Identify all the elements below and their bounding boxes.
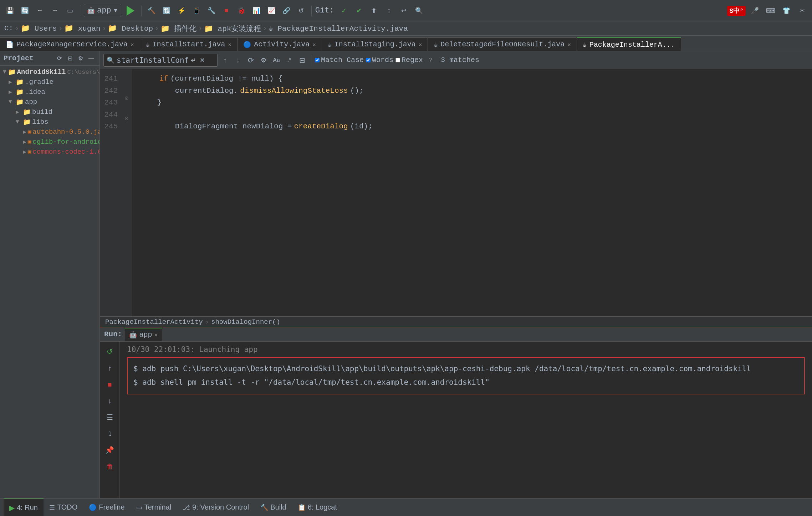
run-pin-button[interactable]: 📌 — [103, 444, 116, 456]
todo-icon: ☰ — [49, 504, 55, 511]
find-clear-button[interactable]: ✕ — [199, 56, 206, 65]
regex-option[interactable]: Regex — [395, 56, 423, 64]
coverage-button[interactable]: 📈 — [265, 4, 278, 17]
code-content[interactable]: if (currentDialog != null) { currentDial… — [132, 69, 812, 316]
tree-item-build[interactable]: ▶ 📁 build — [0, 107, 99, 117]
project-settings-button[interactable]: ⚙ — [76, 54, 85, 63]
undo-button[interactable]: ↺ — [295, 4, 308, 17]
android-button[interactable]: 📱 — [190, 4, 203, 17]
words-option[interactable]: Words — [366, 56, 393, 64]
recent-files-button[interactable]: ▭ — [63, 4, 76, 17]
sdk-button[interactable]: 🔧 — [205, 4, 218, 17]
regex-checkbox[interactable] — [395, 58, 400, 62]
breadcrumb-plugins[interactable]: 📁 插件化 — [160, 24, 197, 34]
sync-project-button[interactable]: ⟳ — [55, 54, 64, 63]
breadcrumb-desktop[interactable]: 📁 Desktop — [108, 24, 153, 33]
tree-item-app[interactable]: ▼ 📁 app — [0, 97, 99, 107]
find-filter-button[interactable]: ⚙ — [258, 55, 269, 66]
git-check-button[interactable]: ✓ — [338, 4, 351, 17]
run-scroll-button[interactable]: ⤵ — [103, 427, 116, 440]
ime-keyboard-button[interactable]: ⌨ — [764, 4, 777, 17]
find-enter-icon[interactable]: ↵ — [190, 56, 197, 65]
profile-button[interactable]: 🐞 — [235, 4, 248, 17]
tab-close-1[interactable]: ✕ — [131, 41, 134, 48]
find-loop-button[interactable]: ⟳ — [245, 55, 256, 66]
match-case-checkbox[interactable] — [315, 58, 320, 62]
run-up-button[interactable]: ↑ — [103, 362, 116, 374]
terminal-button[interactable]: ▭ Terminal — [131, 499, 177, 516]
find-regex-toggle[interactable]: .* — [284, 55, 295, 66]
find-next-button[interactable]: ↓ — [233, 55, 243, 66]
breadcrumb-file[interactable]: ☕ PackageInstallerActivity.java — [269, 24, 408, 33]
run-tab-close[interactable]: ✕ — [154, 331, 158, 338]
find-search-input[interactable] — [117, 56, 188, 65]
save-button[interactable]: 💾 — [4, 4, 16, 17]
tab-close-5[interactable]: ✕ — [567, 41, 571, 48]
ime-settings-button[interactable]: 👕 — [780, 4, 793, 17]
debug-button[interactable]: 📊 — [250, 4, 263, 17]
search-everywhere-button[interactable]: 🔍 — [413, 4, 425, 17]
tree-item-libs[interactable]: ▼ 📁 libs — [0, 117, 99, 127]
gradle-button[interactable]: ⚡ — [175, 4, 188, 17]
run-panel-toggle-button[interactable]: ▶ 4: Run — [4, 499, 44, 516]
find-prev-button[interactable]: ↑ — [220, 55, 230, 66]
clean-button[interactable]: 🔃 — [160, 4, 173, 17]
run-down-button[interactable]: ↓ — [103, 394, 116, 407]
attach-button[interactable]: 🔗 — [280, 4, 293, 17]
version-control-button[interactable]: ⎇ 9: Version Control — [177, 499, 255, 516]
ime-more-button[interactable]: ✂ — [796, 4, 808, 17]
collapse-all-button[interactable]: ⊟ — [65, 54, 75, 63]
tree-item-root[interactable]: ▼ 📁 AndroidSkill C:\Users\xugan\D... — [0, 67, 99, 77]
tab-package-installer-activity[interactable]: ☕ PackageInstallerA... — [577, 37, 681, 51]
forward-button[interactable]: → — [48, 4, 61, 17]
find-word-wrap-button[interactable]: Aa — [271, 55, 282, 66]
match-case-option[interactable]: Match Case — [315, 56, 364, 64]
folder-icon-build: 📁 — [23, 108, 31, 116]
run-filter-button[interactable]: ☰ — [103, 411, 116, 424]
back-button[interactable]: ← — [34, 4, 46, 17]
breadcrumb-xugan[interactable]: 📁 xugan — [64, 24, 101, 33]
git-pull-button[interactable]: ↕ — [383, 4, 395, 17]
build-panel-button[interactable]: 🔨 Build — [255, 499, 292, 516]
git-commit-button[interactable]: ✔ — [353, 4, 366, 17]
words-checkbox[interactable] — [366, 58, 371, 62]
run-trash-button[interactable]: 🗑 — [103, 460, 116, 473]
git-revert-button[interactable]: ↩ — [398, 4, 410, 17]
todo-button[interactable]: ☰ TODO — [44, 499, 83, 516]
tab-close-2[interactable]: ✕ — [228, 41, 232, 48]
tab-activity[interactable]: 🔵 Activity.java ✕ — [238, 37, 322, 51]
git-push-button[interactable]: ⬆ — [368, 4, 381, 17]
tab-close-3[interactable]: ✕ — [312, 41, 316, 48]
run-rerun-button[interactable]: ↺ — [103, 345, 116, 358]
code-line-242: currentDialog. dismissAllowingStateLoss … — [139, 85, 805, 97]
run-stop-button[interactable]: ■ — [103, 378, 116, 391]
tree-item-gradle[interactable]: ▶ 📁 .gradle — [0, 77, 99, 87]
tab-delete-staged[interactable]: ☕ DeleteStagedFileOnResult.java ✕ — [428, 37, 577, 51]
tree-item-commons[interactable]: ▶ ▣ commons-codec-1.6.ja — [0, 147, 99, 157]
ime-mic-button[interactable]: 🎤 — [749, 4, 761, 17]
tab-install-staging[interactable]: ☕ InstallStaging.java ✕ — [322, 37, 428, 51]
build-button[interactable]: 🔨 — [145, 4, 158, 17]
breadcrumb-c[interactable]: C: — [4, 24, 13, 32]
breadcrumb-users[interactable]: 📁 Users — [21, 24, 57, 33]
breadcrumb-class[interactable]: PackageInstallerActivity — [105, 318, 203, 326]
freeline-button[interactable]: 🔵 Freeline — [83, 499, 130, 516]
tab-install-start[interactable]: ☕ InstallStart.java ✕ — [140, 37, 238, 51]
stop-button[interactable]: ■ — [220, 4, 233, 17]
sync-button[interactable]: 🔄 — [19, 4, 31, 17]
app-configuration-dropdown[interactable]: 🤖 app ▾ — [84, 4, 121, 17]
breadcrumb-apk[interactable]: 📁 apk安装流程 — [204, 24, 261, 34]
tree-item-autobahn[interactable]: ▶ ▣ autobahn-0.5.0.jar — [0, 127, 99, 137]
tab-package-manager-service[interactable]: 📄 PackageManagerService.java ✕ — [0, 37, 140, 51]
find-filter-icon[interactable]: ⊟ — [297, 55, 307, 66]
tree-item-cglib[interactable]: ▶ ▣ cglib-for-android.jar — [0, 137, 99, 147]
project-gear-button[interactable]: — — [87, 54, 96, 63]
run-tab-app[interactable]: 🤖 app ✕ — [125, 328, 162, 341]
code-241-rest: (currentDialog != null) { — [170, 73, 283, 85]
logcat-button[interactable]: 📋 6: Logcat — [292, 499, 343, 516]
tab-close-4[interactable]: ✕ — [419, 41, 422, 48]
find-help-button[interactable]: ? — [425, 55, 436, 66]
run-button[interactable] — [123, 4, 138, 18]
breadcrumb-method[interactable]: showDialogInner() — [211, 318, 280, 326]
tree-item-idea[interactable]: ▶ 📁 .idea — [0, 87, 99, 97]
